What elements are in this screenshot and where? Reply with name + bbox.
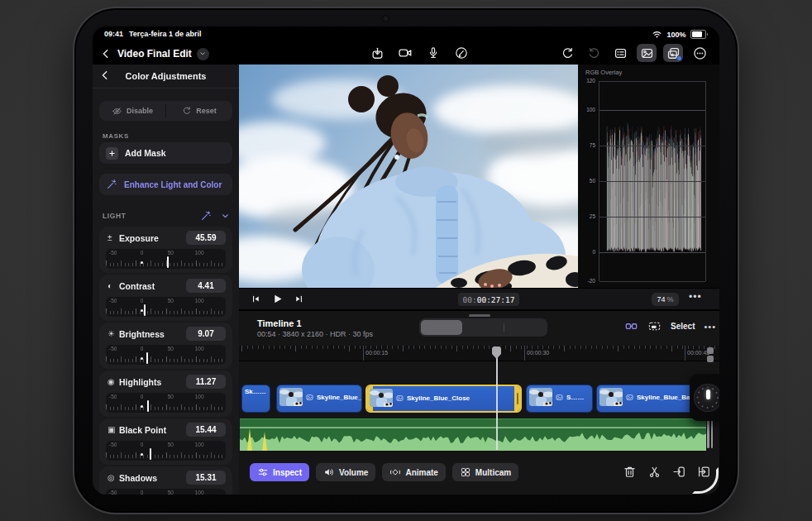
light-collapse-button[interactable] (220, 211, 231, 222)
mode-option[interactable] (421, 320, 462, 335)
disable-button[interactable]: Disable (99, 101, 165, 121)
annotate-button[interactable] (451, 44, 471, 62)
slider-icon: ± (107, 233, 119, 242)
slider-cursor[interactable] (150, 448, 151, 460)
tool-button[interactable]: Volume (316, 463, 375, 481)
slider-track[interactable]: -50050100 (106, 345, 226, 365)
delete-clip-button[interactable] (623, 465, 637, 479)
timeline-scroll-handle[interactable] (707, 347, 714, 354)
slider-track[interactable]: -50050100 (106, 249, 226, 269)
clip-label: Skyline_Blue_Wide (317, 394, 362, 401)
select-button[interactable]: Select (671, 322, 695, 331)
tool-icon (257, 466, 269, 478)
tool-icon (323, 466, 335, 478)
audio-track[interactable] (240, 418, 706, 451)
undo-button[interactable] (557, 44, 577, 62)
viewer-zoom-button[interactable]: 74% (652, 293, 679, 306)
video-viewer[interactable] (239, 65, 578, 288)
insert-clip-button[interactable] (672, 465, 686, 479)
photo-backdrop: 09:41 Terça-feira 1 de abril 100% Video … (0, 0, 812, 521)
trim-handle-right[interactable] (514, 386, 520, 411)
slider-value-field[interactable]: 15.31 (186, 471, 226, 485)
slider-value-field[interactable]: 45.59 (186, 231, 226, 245)
browser-button[interactable] (610, 44, 630, 62)
plus-icon (106, 147, 118, 160)
timeline-ruler[interactable]: 00:00:1500:00:3000:00:45 (239, 346, 719, 361)
light-wand-button[interactable] (200, 210, 212, 222)
timeline-more-button[interactable]: ••• (704, 322, 716, 332)
connect-clip-button[interactable] (624, 319, 638, 333)
slider-name: Exposure (119, 233, 186, 243)
effects-button[interactable] (663, 44, 683, 62)
previous-frame-button[interactable] (251, 294, 261, 304)
timeline-clip[interactable]: Skyline_Blue_Close (365, 385, 522, 413)
slider-cursor[interactable] (144, 304, 146, 316)
light-sliders: ± Exposure 45.59 -50050100 (99, 227, 232, 495)
slider-icon: ◐ (107, 281, 119, 290)
split-clip-button[interactable] (647, 465, 662, 479)
add-mask-button[interactable]: Add Mask (99, 142, 232, 164)
tool-button[interactable]: Inspect (250, 463, 309, 481)
jog-dial[interactable] (690, 374, 719, 421)
more-button[interactable] (690, 44, 709, 62)
wifi-icon (652, 29, 662, 40)
slider-cursor[interactable] (146, 352, 148, 364)
project-menu-button[interactable] (197, 48, 209, 60)
slider-track[interactable]: -50050100 (106, 441, 226, 461)
timeline-clip[interactable]: Skyline_Blue_Wide (276, 385, 362, 413)
tool-icon (460, 466, 471, 478)
timeline-scroll-handle[interactable] (707, 356, 714, 362)
clip-label: S…… (566, 394, 584, 401)
reset-button[interactable]: Reset (166, 101, 232, 121)
slider-scale-labels: -50050100 (106, 346, 226, 352)
slider-value-field[interactable]: 9.07 (186, 327, 226, 341)
browser-icon (614, 46, 628, 60)
ipad-device-frame: 09:41 Terça-feira 1 de abril 100% Video … (73, 7, 739, 514)
record-audio-button[interactable] (423, 44, 443, 62)
clip-thumbnail (279, 388, 303, 406)
enhance-light-color-button[interactable]: Enhance Light and Color (99, 174, 232, 195)
edit-mode-control (419, 318, 547, 337)
slider-icon: ◉ (107, 377, 119, 386)
slider-value-field[interactable]: 15.44 (186, 423, 226, 437)
next-frame-button[interactable] (294, 294, 304, 304)
slider-scale-labels: -50050100 (106, 250, 226, 256)
slider-track[interactable]: -50050100 (106, 489, 226, 495)
jog-dial-face[interactable] (694, 384, 719, 412)
timeline-scrollbar[interactable] (707, 418, 709, 448)
slider-value-field[interactable]: 11.27 (186, 375, 226, 389)
slider-scale-labels: -50050100 (106, 394, 226, 400)
overwrite-clip-button[interactable] (697, 465, 711, 479)
slider-track[interactable]: -50050100 (106, 297, 226, 317)
slider-zero-dot (141, 357, 143, 360)
viewer-more-button[interactable]: ••• (689, 291, 702, 303)
export-button[interactable] (367, 44, 387, 62)
slider-card: ◉ Highlights 11.27 -50050100 (99, 370, 232, 417)
trash-icon (623, 465, 637, 479)
timeline-panel: Timeline 1 00:54 · 3840 x 2160 · HDR · 3… (239, 309, 719, 495)
slider-card: ◐ Contrast 4.41 -50050100 (99, 275, 232, 321)
mode-option[interactable] (504, 320, 546, 335)
clip-thumbnail (599, 388, 623, 406)
timeline-resize-handle[interactable] (469, 314, 490, 317)
redo-button[interactable] (584, 44, 604, 62)
timecode-display[interactable]: 00:00:27:17 (458, 293, 519, 306)
tool-button[interactable]: Animate (382, 463, 445, 481)
slider-track[interactable]: -50050100 (106, 393, 226, 413)
slider-cursor[interactable] (167, 256, 169, 268)
select-tool-icon (647, 319, 662, 333)
timeline-clip[interactable]: S…… (526, 385, 593, 413)
timeline-scrollbar[interactable] (711, 418, 714, 448)
play-button[interactable] (271, 293, 284, 305)
slider-icon: ◎ (107, 473, 119, 482)
slider-value-field[interactable]: 4.41 (186, 279, 226, 293)
tool-button[interactable]: Multicam (452, 463, 518, 481)
back-button[interactable] (99, 45, 112, 63)
media-button[interactable] (637, 44, 657, 62)
overwrite-tool-button[interactable] (647, 319, 662, 333)
mode-option[interactable] (462, 320, 504, 335)
timeline-clip[interactable]: Sk…… (241, 385, 270, 413)
record-video-button[interactable] (395, 44, 415, 62)
playhead-line[interactable] (496, 347, 498, 450)
clip-tools: Inspect Volume Animate Multicam (250, 463, 518, 481)
